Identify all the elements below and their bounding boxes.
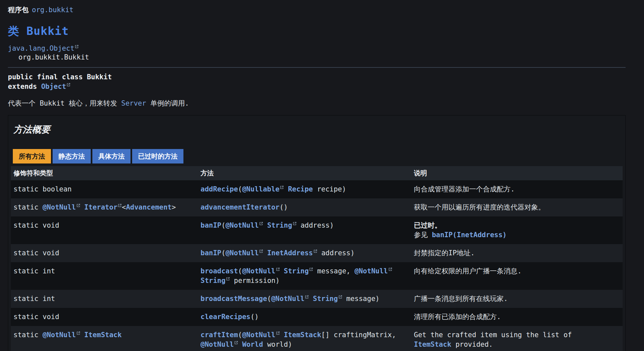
inheritance-tree: java.lang.Object org.bukkit.Bukkit xyxy=(8,44,626,62)
text-segment: message, xyxy=(313,267,354,275)
package-link[interactable]: org.bukkit xyxy=(32,6,73,14)
code-link[interactable]: @NotNull xyxy=(201,340,234,348)
external-link-icon xyxy=(226,277,230,281)
text-segment: static void xyxy=(13,249,59,257)
external-link-icon xyxy=(309,267,313,271)
code-link[interactable]: craftItem xyxy=(201,331,238,339)
text-segment: ( xyxy=(221,249,226,257)
modifier-cell: static @NotNull Iterator<Advancement> xyxy=(11,198,198,216)
table-row: static intbroadcast(@NotNull String mess… xyxy=(11,262,623,290)
text-segment: 已过时。 xyxy=(414,221,441,229)
text-segment xyxy=(263,221,267,229)
code-link[interactable]: banIP xyxy=(201,221,221,229)
code-link[interactable]: @NotNull xyxy=(226,221,259,229)
modifier-cell: static int xyxy=(11,290,198,308)
method-cell: broadcastMessage(@NotNull String message… xyxy=(198,290,411,308)
external-link-icon xyxy=(305,295,309,299)
code-link[interactable]: broadcast xyxy=(201,267,238,275)
code-link[interactable]: Server xyxy=(121,99,146,107)
code-link[interactable]: Iterator xyxy=(84,203,117,211)
text-segment: () xyxy=(250,313,259,321)
class-description: 代表一个 Bukkit 核心，用来转发 Server 单例的调用. xyxy=(8,99,626,108)
code-link[interactable]: addRecipe xyxy=(201,185,238,193)
code-link[interactable]: Advancement xyxy=(126,203,172,211)
code-link[interactable]: @NotNull xyxy=(242,331,275,339)
method-filter-tab[interactable]: 所有方法 xyxy=(13,149,51,163)
text-segment: address) xyxy=(297,221,334,229)
code-link[interactable]: ItemStack xyxy=(414,340,451,348)
text-segment xyxy=(263,249,267,257)
code-link[interactable]: advancementIterator xyxy=(201,203,279,211)
modifier-cell: static void xyxy=(11,308,198,326)
code-link[interactable]: @NotNull xyxy=(226,249,259,257)
code-link[interactable]: @NotNull xyxy=(271,295,304,303)
column-header-modifier-type: 修饰符和类型 xyxy=(11,166,198,180)
method-filter-tab[interactable]: 具体方法 xyxy=(92,149,131,163)
code-link[interactable]: banIP(InetAddress) xyxy=(432,231,507,239)
extends-superclass-link[interactable]: Object xyxy=(41,83,70,90)
table-row: static @NotNull ItemStackcraftItem(@NotN… xyxy=(11,326,623,351)
text-segment: 单例的调用. xyxy=(146,99,189,107)
code-link[interactable]: ItemStack xyxy=(84,331,122,339)
external-link-icon xyxy=(259,249,263,253)
code-link[interactable]: @NotNull xyxy=(242,267,275,275)
method-filter-tab[interactable]: 静态方法 xyxy=(53,149,91,163)
method-cell: craftItem(@NotNull ItemStack[] craftingM… xyxy=(198,326,411,351)
text-segment: message) xyxy=(342,295,380,303)
text-segment: ( xyxy=(238,185,242,193)
code-link[interactable]: ItemStack xyxy=(284,331,321,339)
text-segment xyxy=(309,295,313,303)
superclass-name: java.lang.Object xyxy=(8,44,74,52)
external-link-icon xyxy=(280,186,284,189)
text-segment: [] craftingMatrix, xyxy=(321,331,396,339)
text-segment: ( xyxy=(238,267,242,275)
class-declaration: public final class Bukkit extends Object xyxy=(8,72,626,91)
description-cell: 清理所有已添加的合成配方. xyxy=(411,308,623,326)
code-link[interactable]: broadcastMessage xyxy=(201,295,267,303)
table-row: static voidbanIP(@NotNull InetAddress ad… xyxy=(11,244,623,262)
package-label: 程序包 xyxy=(8,6,29,14)
table-row: static intbroadcastMessage(@NotNull Stri… xyxy=(11,290,623,308)
code-link[interactable]: banIP xyxy=(201,249,221,257)
code-link[interactable]: Recipe xyxy=(288,185,313,193)
code-link[interactable]: @NotNull xyxy=(43,203,76,211)
description-cell: Get the crafted item using the list ofIt… xyxy=(411,326,623,351)
code-link[interactable]: @Nullable xyxy=(242,185,279,193)
code-link[interactable]: String xyxy=(313,295,338,303)
table-row: static voidbanIP(@NotNull String address… xyxy=(11,216,623,244)
text-segment: recipe) xyxy=(313,185,346,193)
text-segment: 参见 xyxy=(414,231,432,239)
code-link[interactable]: String xyxy=(284,267,309,275)
external-link-icon xyxy=(293,222,297,225)
text-segment: ( xyxy=(267,295,271,303)
text-segment: 代表一个 Bukkit 核心，用来转发 xyxy=(8,99,121,107)
external-link-icon xyxy=(77,204,80,207)
method-cell: clearRecipes() xyxy=(198,308,411,326)
code-link[interactable]: World xyxy=(242,340,263,348)
modifier-cell: static int xyxy=(11,262,198,290)
text-segment: static void xyxy=(13,221,59,229)
table-row: static booleanaddRecipe(@Nullable Recipe… xyxy=(11,180,623,198)
code-link[interactable]: clearRecipes xyxy=(201,313,250,321)
code-link[interactable]: @NotNull xyxy=(43,331,76,339)
superclass-link[interactable]: java.lang.Object xyxy=(8,44,79,52)
table-header-row: 修饰符和类型 方法 说明 xyxy=(11,166,623,180)
table-row: static voidclearRecipes()清理所有已添加的合成配方. xyxy=(11,308,623,326)
text-segment: static int xyxy=(13,267,55,275)
code-link[interactable]: String xyxy=(201,277,226,285)
code-link[interactable]: String xyxy=(267,221,292,229)
external-link-icon xyxy=(67,83,70,87)
description-cell: 向有给定权限的用户广播一条消息. xyxy=(411,262,623,290)
method-cell: banIP(@NotNull String address) xyxy=(198,216,411,244)
table-row: static @NotNull Iterator<Advancement>adv… xyxy=(11,198,623,216)
code-link[interactable]: InetAddress xyxy=(267,249,313,257)
method-filter-tab[interactable]: 已过时的方法 xyxy=(132,149,183,163)
text-segment: ( xyxy=(221,221,226,229)
text-segment xyxy=(280,267,284,275)
method-cell: advancementIterator() xyxy=(198,198,411,216)
code-link[interactable]: @NotNull xyxy=(355,267,388,275)
description-cell: 向合成管理器添加一个合成配方. xyxy=(411,180,623,198)
class-doc-page: 程序包org.bukkit 类 Bukkit java.lang.Object … xyxy=(0,0,644,351)
breadcrumb: 程序包org.bukkit xyxy=(8,5,626,14)
text-segment: 向合成管理器添加一个合成配方. xyxy=(414,185,515,193)
